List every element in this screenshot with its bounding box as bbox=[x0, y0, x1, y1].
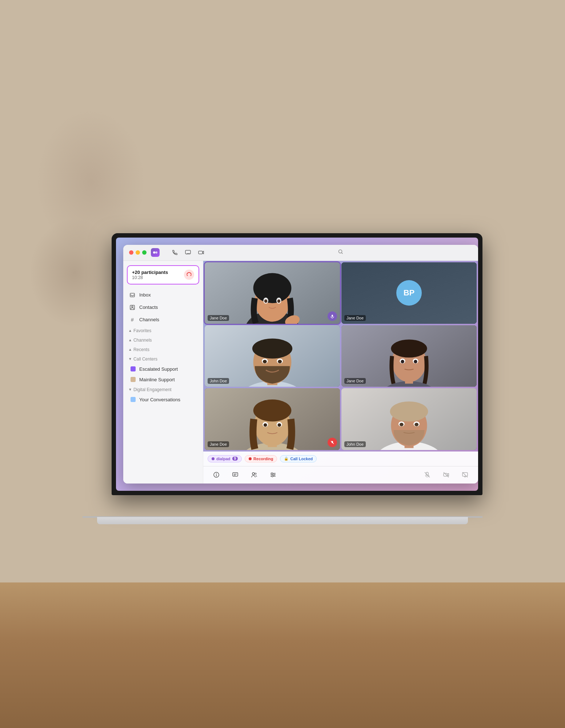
muted-indicator bbox=[328, 438, 337, 447]
video-label-john-1: John Doe bbox=[208, 378, 229, 384]
call-info: +20 participants 10:28 bbox=[132, 270, 168, 280]
video-status-bar: dialpad 9 Recording 🔒 Call Locked bbox=[203, 451, 478, 466]
video-cell-jane-2: Jane Doe bbox=[341, 325, 477, 387]
channels-label: Channels bbox=[139, 317, 159, 322]
video-cell-jane-3: Jane Doe bbox=[205, 388, 340, 450]
channels-icon: # bbox=[129, 317, 136, 323]
app-logo bbox=[151, 248, 160, 257]
svg-point-67 bbox=[255, 473, 256, 474]
minimize-button[interactable] bbox=[136, 250, 140, 255]
sidebar: +20 participants 10:28 bbox=[123, 261, 203, 484]
mainline-support-label: Mainline Support bbox=[139, 377, 175, 382]
video-grid: Jane Doe bbox=[203, 261, 478, 451]
close-button[interactable] bbox=[129, 250, 133, 255]
video-label-bp: Jane Doe bbox=[344, 315, 366, 321]
svg-rect-63 bbox=[233, 473, 238, 476]
chevron-icon: ▲ bbox=[128, 338, 132, 342]
svg-line-75 bbox=[425, 472, 430, 477]
chat-button[interactable] bbox=[229, 469, 241, 481]
svg-point-47 bbox=[277, 423, 281, 427]
active-call-banner[interactable]: +20 participants 10:28 bbox=[127, 265, 199, 285]
svg-point-37 bbox=[401, 360, 404, 363]
chat-icon[interactable] bbox=[184, 249, 192, 256]
window-controls bbox=[129, 250, 147, 255]
svg-point-29 bbox=[278, 360, 282, 363]
video-cell-john-1: John Doe bbox=[205, 325, 340, 387]
mute-button[interactable] bbox=[421, 469, 433, 481]
section-label-channels: Channels bbox=[133, 338, 152, 343]
your-conversations-label: Your Conversations bbox=[139, 397, 180, 402]
svg-rect-3 bbox=[199, 251, 203, 254]
video-cell-bp: BP Jane Doe bbox=[341, 262, 477, 324]
section-header-call-centers[interactable]: ▼ Call Centers bbox=[123, 354, 203, 364]
escalated-support-dot bbox=[131, 366, 136, 371]
sidebar-item-your-conversations[interactable]: Your Conversations bbox=[123, 394, 203, 405]
toolbar-right bbox=[421, 469, 471, 481]
section-label-favorites: Favorites bbox=[133, 328, 151, 333]
main-content: +20 participants 10:28 bbox=[123, 261, 478, 484]
screen-share-button[interactable] bbox=[459, 469, 471, 481]
svg-point-58 bbox=[414, 423, 418, 426]
title-bar bbox=[123, 245, 478, 261]
section-header-recents[interactable]: ▲ Recents bbox=[123, 345, 203, 354]
inbox-icon bbox=[129, 292, 136, 298]
section-header-channels[interactable]: ▲ Channels bbox=[123, 335, 203, 345]
settings-button[interactable] bbox=[267, 469, 279, 481]
toolbar-left bbox=[211, 469, 279, 481]
video-cell-john-2: John Doe bbox=[341, 388, 477, 450]
video-label-john-2: John Doe bbox=[344, 441, 366, 447]
svg-point-66 bbox=[252, 473, 255, 475]
search-bar[interactable] bbox=[209, 249, 472, 256]
sidebar-item-mainline-support[interactable]: Mainline Support bbox=[123, 374, 203, 385]
section-header-favorites[interactable]: ▲ Favorites bbox=[123, 326, 203, 335]
info-button[interactable] bbox=[211, 469, 222, 481]
recording-badge[interactable]: Recording bbox=[245, 455, 277, 462]
svg-line-77 bbox=[444, 472, 449, 477]
video-toggle-button[interactable] bbox=[440, 469, 452, 481]
svg-point-38 bbox=[414, 360, 417, 363]
svg-point-16 bbox=[264, 299, 267, 303]
contacts-label: Contacts bbox=[139, 305, 158, 310]
section-label-digital-engagement: Digital Engagement bbox=[133, 387, 172, 392]
search-icon bbox=[338, 249, 344, 256]
chevron-icon: ▲ bbox=[128, 347, 132, 351]
dialpad-badge-label: dialpad bbox=[216, 457, 231, 461]
mainline-support-dot bbox=[131, 377, 136, 382]
video-cell-jane-1: Jane Doe bbox=[205, 262, 340, 324]
svg-point-62 bbox=[216, 473, 217, 474]
video-label-jane-3: Jane Doe bbox=[208, 441, 229, 447]
escalated-support-label: Escalated Support bbox=[139, 366, 178, 372]
phone-icon[interactable] bbox=[171, 249, 179, 256]
sidebar-item-contacts[interactable]: Contacts bbox=[123, 301, 203, 314]
title-bar-actions bbox=[171, 249, 205, 256]
svg-point-34 bbox=[391, 339, 427, 358]
sidebar-item-escalated-support[interactable]: Escalated Support bbox=[123, 364, 203, 374]
chevron-icon: ▼ bbox=[128, 387, 132, 391]
svg-point-54 bbox=[390, 402, 428, 422]
chevron-icon: ▼ bbox=[128, 357, 132, 361]
svg-point-7 bbox=[132, 306, 133, 307]
chevron-icon: ▲ bbox=[128, 329, 132, 333]
call-locked-badge[interactable]: 🔒 Call Locked bbox=[280, 455, 317, 462]
maximize-button[interactable] bbox=[142, 250, 147, 255]
sidebar-item-inbox[interactable]: Inbox bbox=[123, 289, 203, 301]
svg-point-57 bbox=[400, 423, 404, 426]
section-label-recents: Recents bbox=[133, 347, 149, 352]
participants-button[interactable] bbox=[248, 469, 260, 481]
call-locked-label: Call Locked bbox=[290, 457, 313, 461]
contacts-icon bbox=[129, 304, 136, 311]
audio-indicator-1 bbox=[328, 311, 337, 321]
end-call-icon[interactable] bbox=[184, 270, 194, 280]
svg-point-72 bbox=[273, 474, 275, 476]
svg-point-71 bbox=[271, 473, 273, 474]
recording-dot bbox=[249, 457, 252, 460]
dialpad-badge[interactable]: dialpad 9 bbox=[208, 455, 242, 462]
participants-count: +20 participants bbox=[132, 270, 168, 275]
inbox-label: Inbox bbox=[139, 292, 151, 298]
video-icon[interactable] bbox=[197, 249, 205, 256]
svg-point-13 bbox=[253, 273, 292, 303]
sidebar-item-channels[interactable]: # Channels bbox=[123, 314, 203, 326]
video-label-jane-1: Jane Doe bbox=[208, 315, 229, 321]
section-label-call-centers: Call Centers bbox=[133, 357, 157, 362]
section-header-digital-engagement[interactable]: ▼ Digital Engagement bbox=[123, 385, 203, 394]
